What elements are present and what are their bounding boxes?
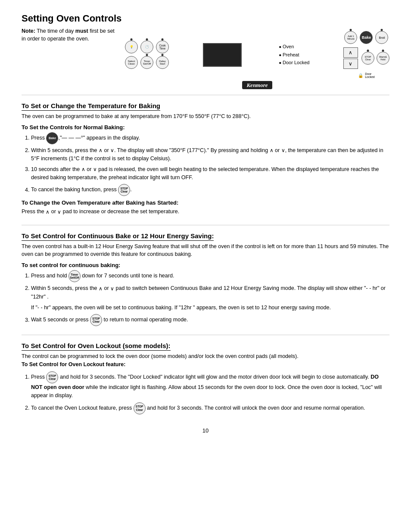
stop-warm-group: STOPClear Warm&Hold: [361, 52, 389, 65]
baking-step-2: Within 5 seconds, press the ∧ or ∨. The …: [31, 146, 389, 163]
light-button[interactable]: 💡: [125, 40, 138, 53]
up-arrow-inline-5: ∧: [99, 285, 103, 293]
add1-button[interactable]: Add 1Minute: [344, 31, 357, 44]
top-btn-row: 💡 🕐 CookTime: [125, 40, 169, 53]
up-arrow-inline-3: ∧: [81, 165, 85, 174]
continuous-bake-detail: If "- - hr" appears, the oven will be se…: [31, 304, 389, 312]
lockout-step-2: To cancel the Oven Lockout feature, pres…: [31, 402, 389, 414]
door-lock-label: DoorLocked: [365, 72, 375, 78]
baking-step-1: Press Bake,"— — —°" appears in the displ…: [31, 132, 389, 144]
arrow-and-right-btns: ∧ ∨ STOPClear Warm&Hold: [343, 47, 389, 69]
oven-indicator: Oven: [279, 43, 309, 51]
header-section: Note: The time of day must first be seti…: [22, 28, 389, 95]
down-arrow-inline-4: ∨: [57, 208, 61, 216]
select-clean-button[interactable]: SelectClean: [125, 56, 138, 69]
change-temp-title: To Change the Oven Temperature after Bak…: [22, 199, 389, 206]
continuous-bake-step-1: Press and hold TimerSet/Off down for 7 s…: [31, 270, 389, 282]
up-arrow-button[interactable]: ∧: [343, 47, 358, 58]
continuous-bake-steps: Press and hold TimerSet/Off down for 7 s…: [22, 270, 389, 326]
lock-icon: 🔒: [358, 73, 363, 78]
up-arrow-inline-4: ∧: [46, 208, 50, 216]
timer-button[interactable]: TimerSet/Off: [140, 56, 153, 69]
panel-image: 💡 🕐 CookTime SelectClean: [125, 28, 389, 82]
up-arrow-inline: ∧: [99, 146, 103, 155]
bake-inline-btn: Bake: [46, 132, 58, 144]
continuous-bake-step-3: Wait 5 seconds or press STOPClear to ret…: [31, 314, 389, 326]
top-right-btn-row: Add 1Minute Bake Broil: [344, 31, 388, 44]
baking-section: To Set or Change the Temperature for Bak…: [22, 102, 389, 216]
down-arrow-button[interactable]: ∨: [343, 59, 358, 69]
down-arrow-inline-5: ∨: [110, 285, 114, 293]
continuous-bake-title: To Set Control for Continuous Bake or 12…: [22, 232, 214, 241]
continuous-bake-intro: The oven control has a built-in 12 Hour …: [22, 243, 389, 259]
kenmore-logo-text: Kenmore: [242, 81, 272, 89]
display-box: [203, 43, 242, 67]
warm-hold-button[interactable]: Warm&Hold: [377, 52, 389, 65]
down-arrow-inline: ∨: [110, 146, 114, 155]
left-button-group: 💡 🕐 CookTime SelectClean: [125, 40, 169, 69]
lock-indicator: 🔒 DoorLocked: [358, 72, 375, 78]
bake-button[interactable]: Bake: [360, 31, 373, 44]
down-arrow-inline-3: ∨: [93, 165, 97, 174]
delay-start-button[interactable]: DelayStart: [156, 56, 169, 69]
clock-button[interactable]: 🕐: [140, 40, 153, 53]
baking-intro: The oven can be programmed to bake at an…: [22, 112, 389, 121]
bottom-btn-row: SelectClean TimerSet/Off DelayStart: [125, 56, 169, 69]
change-temp-text: Press the ∧ or ∨ pad to increase or decr…: [22, 208, 389, 216]
lockout-title: To Set Control for Oven Lockout (some mo…: [22, 342, 171, 351]
stop-inline-btn: STOPClear: [118, 184, 130, 196]
note-block: Note: The time of day must first be seti…: [22, 28, 125, 43]
divider-1: [22, 225, 389, 225]
lockout-steps: Press STOPClear and hold for 3 seconds. …: [22, 371, 389, 414]
right-controls: Add 1Minute Bake Broil ∧ ∨: [343, 31, 389, 78]
stop-inline-btn-3: STOPClear: [46, 371, 58, 383]
divider-2: [22, 335, 389, 335]
door-locked-indicator: Door Locked: [279, 59, 309, 67]
note-label: Note:: [22, 28, 35, 34]
lockout-warning: DO NOT open oven door: [31, 374, 379, 390]
baking-title: To Set or Change the Temperature for Bak…: [22, 102, 160, 111]
stop-clear-button[interactable]: STOPClear: [361, 52, 374, 65]
kenmore-brand: Kenmore: [242, 82, 272, 89]
lockout-section: To Set Control for Oven Lockout (some mo…: [22, 342, 389, 414]
lockout-feature-title: To Set Control for Oven Lockout feature:: [22, 361, 125, 367]
continuous-bake-section: To Set Control for Continuous Bake or 12…: [22, 232, 389, 327]
cook-time-button[interactable]: CookTime: [156, 40, 169, 53]
up-arrow-inline-2: ∧: [270, 146, 274, 155]
stop-inline-btn-2: STOPClear: [90, 314, 102, 326]
down-arrow-inline-2: ∨: [281, 146, 285, 155]
stop-inline-btn-4: STOPClear: [134, 402, 146, 414]
note-text: Note: The time of day must first be seti…: [22, 28, 125, 43]
baking-sub-title: To Set the Controls for Normal Baking:: [22, 124, 389, 131]
lockout-intro: The control can be programmed to lock th…: [22, 352, 389, 369]
control-panel: 💡 🕐 CookTime SelectClean: [125, 28, 389, 89]
broil-button[interactable]: Broil: [375, 31, 388, 44]
continuous-bake-step-2: Within 5 seconds, press the ∧ or ∨ pad t…: [31, 284, 389, 312]
baking-step-4: To cancel the baking function, press STO…: [31, 184, 389, 196]
arrow-group: ∧ ∨: [343, 47, 358, 69]
continuous-bake-sub-title: To set control for continuous baking:: [22, 262, 389, 268]
timer-inline-btn: TimerSet/Off: [68, 270, 81, 282]
note-must: must: [75, 28, 88, 34]
page-number: 10: [22, 427, 389, 434]
lockout-step-1: Press STOPClear and hold for 3 seconds. …: [31, 371, 389, 400]
baking-steps: Press Bake,"— — —°" appears in the displ…: [22, 132, 389, 196]
preheat-indicator: Preheat: [279, 51, 309, 59]
page-title: Setting Oven Controls: [22, 13, 389, 24]
indicator-lights: Oven Preheat Door Locked: [279, 43, 309, 67]
baking-step-3: 10 seconds after the ∧ or ∨ pad is relea…: [31, 165, 389, 182]
